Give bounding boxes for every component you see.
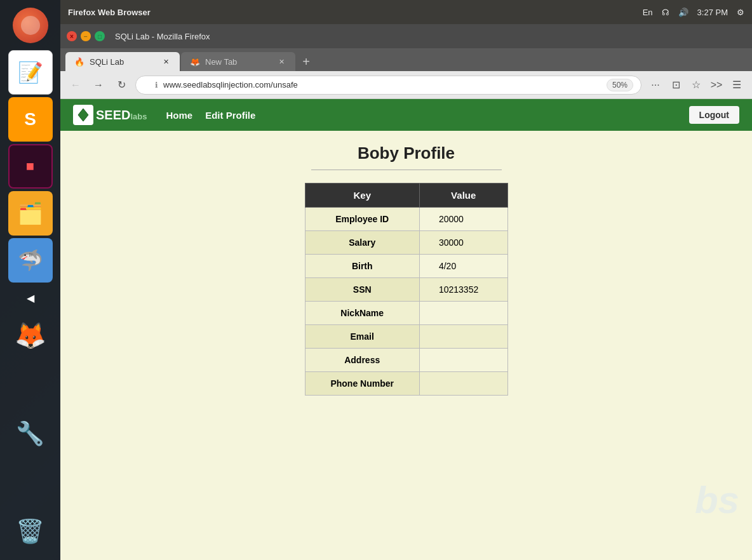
row-value [419,349,507,372]
logout-button[interactable]: Logout [689,106,739,124]
table-header-row: Key Value [305,183,507,208]
row-value [419,325,507,349]
table-row: Salary30000 [305,231,507,255]
system-bar-right: En ☊ 🔊 3:27 PM ⚙ [643,8,744,17]
file-manager-icon[interactable]: 🗂️ [8,191,53,236]
column-key: Key [305,183,419,208]
system-time: 3:27 PM [697,8,728,17]
bluetooth-icon: ☊ [662,8,669,17]
logo-labs: labs [130,112,147,121]
reader-view-button[interactable]: ⊡ [667,76,685,94]
profile-table: Key Value Employee ID20000Salary30000Bir… [305,183,508,396]
row-value [419,302,507,325]
profile-title: Boby Profile [73,143,739,163]
back-button[interactable]: ← [67,76,84,94]
toolbar-actions: ··· ⊡ ☆ >> ☰ [647,76,746,94]
browser-title: SQLi Lab - Mozilla Firefox [115,32,746,41]
system-bar: Firefox Web Browser En ☊ 🔊 3:27 PM ⚙ [60,0,752,24]
tab-new-tab[interactable]: 🦊 New Tab ✕ [181,52,295,71]
ubuntu-icon[interactable] [8,3,53,48]
volume-icon: 🔊 [678,8,688,17]
row-key: Email [305,325,419,349]
tab-sqli-lab[interactable]: 🔥 SQLi Lab ✕ [65,52,180,71]
text-editor-icon[interactable]: 📝 [8,50,53,95]
bookmark-button[interactable]: ☆ [687,76,705,94]
taskbar-arrow[interactable]: ◀ [24,285,37,310]
extensions-button[interactable]: >> [708,76,725,94]
browser-titlebar: × − □ SQLi Lab - Mozilla Firefox [60,24,752,48]
tab-label: SQLi Lab [90,57,124,67]
url-bar[interactable]: ℹ www.seedlabsqlinjection.com/unsafe 50% [135,76,641,95]
tab-favicon: 🔥 [74,57,84,67]
terminal-icon[interactable]: ■ [8,144,53,189]
address-bar: ← → ↻ ℹ www.seedlabsqlinjection.com/unsa… [60,71,752,99]
minimize-button[interactable]: − [81,31,91,41]
row-key: Address [305,349,419,372]
menu-button[interactable]: ☰ [728,76,746,94]
forward-button[interactable]: → [90,76,107,94]
trash-icon[interactable]: 🗑️ [8,509,53,554]
window-controls: × − □ [67,31,105,41]
tab-new-favicon: 🦊 [190,57,200,67]
close-button[interactable]: × [67,31,77,41]
zoom-level: 50% [607,79,633,91]
system-settings-icon[interactable]: 🔧 [8,411,53,456]
security-lock-icon: ℹ [155,81,158,90]
table-row: Phone Number [305,372,507,396]
sublime-text-icon[interactable]: S [8,97,53,142]
tab-bar: 🔥 SQLi Lab ✕ 🦊 New Tab ✕ + [60,48,752,71]
new-tab-button[interactable]: + [297,52,316,71]
table-row: Employee ID20000 [305,208,507,231]
taskbar-left: 📝 S ■ 🗂️ 🦈 ◀ 🦊 🔧 🗑️ [0,0,60,560]
row-value [419,372,507,396]
nav-edit-profile[interactable]: Edit Profile [205,110,255,121]
table-row: Email [305,325,507,349]
row-key: Salary [305,231,419,255]
site-nav-links: Home Edit Profile [166,110,688,121]
row-key: Birth [305,255,419,278]
row-value: 20000 [419,208,507,231]
seed-icon-svg [76,107,91,123]
wireshark-icon[interactable]: 🦈 [8,238,53,283]
table-row: Address [305,349,507,372]
profile-table-wrapper: Key Value Employee ID20000Salary30000Bir… [73,183,739,396]
tab-close-sqli[interactable]: ✕ [161,57,171,67]
overflow-button[interactable]: ··· [647,76,664,94]
row-key: Phone Number [305,372,419,396]
profile-divider [311,170,502,170]
reload-button[interactable]: ↻ [112,76,130,94]
row-value: 4/20 [419,255,507,278]
row-value: 30000 [419,231,507,255]
site-logo: SEEDlabs [73,105,147,125]
table-row: SSN10213352 [305,278,507,302]
page-content: SEEDlabs Home Edit Profile Logout Boby P… [60,99,752,560]
logo-seed: SEED [96,108,130,122]
system-gear-icon: ⚙ [737,8,744,17]
firefox-icon[interactable]: 🦊 [8,313,53,357]
profile-section: Boby Profile Key Value Employee ID20000S… [73,143,739,396]
seedlabs-logo-icon [73,105,93,125]
site-nav: SEEDlabs Home Edit Profile Logout [60,99,752,131]
row-key: NickName [305,302,419,325]
tab-new-label: New Tab [205,57,237,67]
system-bar-title: Firefox Web Browser [68,8,151,17]
browser-window: × − □ SQLi Lab - Mozilla Firefox 🔥 SQLi … [60,24,752,560]
table-row: NickName [305,302,507,325]
site-logo-text: SEEDlabs [96,108,147,123]
row-key: SSN [305,278,419,302]
maximize-button[interactable]: □ [95,31,105,41]
keyboard-layout: En [643,8,653,17]
tab-close-new[interactable]: ✕ [276,57,286,67]
url-text: www.seedlabsqlinjection.com/unsafe [163,80,601,90]
table-row: Birth4/20 [305,255,507,278]
row-value: 10213352 [419,278,507,302]
row-key: Employee ID [305,208,419,231]
column-value: Value [419,183,507,208]
nav-home[interactable]: Home [166,110,192,121]
